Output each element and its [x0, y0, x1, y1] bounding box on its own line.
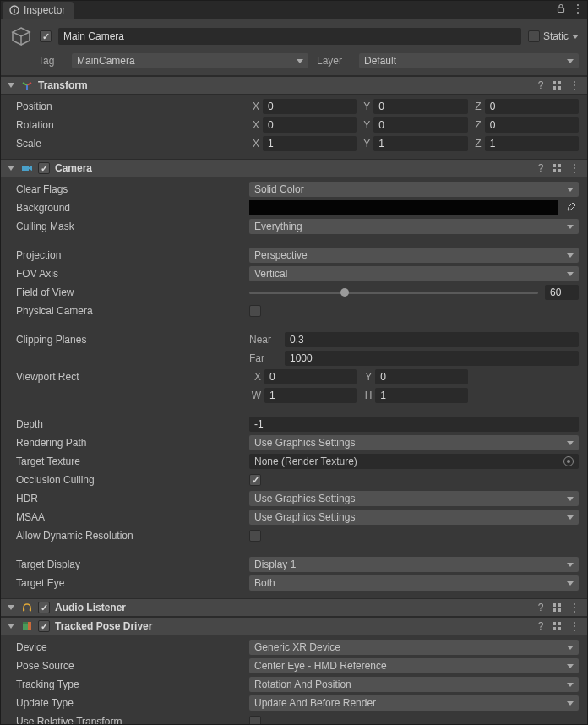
hdr-label: HDR — [9, 493, 249, 504]
gameobject-enabled-checkbox[interactable] — [40, 30, 52, 42]
tab-bar: Inspector ⋮ — [1, 1, 587, 19]
fov-input[interactable] — [545, 285, 579, 300]
svg-rect-12 — [22, 166, 29, 171]
gameobject-header: Static Tag MainCamera Layer Default — [1, 19, 587, 76]
chevron-down-icon — [297, 59, 303, 63]
dynamic-resolution-checkbox[interactable] — [249, 530, 261, 542]
preset-icon[interactable] — [552, 602, 564, 613]
culling-mask-dropdown[interactable]: Everything — [249, 219, 579, 234]
position-x-input[interactable] — [263, 99, 357, 114]
transform-title: Transform — [38, 79, 88, 91]
camera-enabled-checkbox[interactable] — [38, 162, 50, 174]
foldout-icon[interactable] — [8, 624, 14, 629]
viewport-y-input[interactable] — [375, 369, 467, 384]
depth-label: Depth — [9, 418, 249, 430]
kebab-icon[interactable]: ⋮ — [569, 602, 580, 613]
msaa-dropdown[interactable]: Use Graphics Settings — [249, 510, 579, 525]
viewport-w-input[interactable] — [264, 388, 357, 403]
chevron-down-icon — [567, 59, 574, 63]
lock-icon[interactable] — [556, 3, 566, 14]
tab-label: Inspector — [24, 4, 65, 16]
kebab-icon[interactable]: ⋮ — [569, 162, 580, 174]
kebab-icon[interactable]: ⋮ — [569, 79, 580, 91]
tracked-pose-driver-header[interactable]: Tracked Pose Driver ? ⋮ — [1, 617, 587, 635]
help-icon[interactable]: ? — [535, 79, 547, 91]
rotation-y-input[interactable] — [373, 117, 467, 133]
target-eye-dropdown[interactable]: Both — [249, 575, 579, 591]
layer-dropdown[interactable]: Default — [359, 53, 579, 68]
gameobject-name-input[interactable] — [58, 28, 521, 45]
scale-label: Scale — [9, 138, 249, 150]
scale-x-input[interactable] — [263, 136, 357, 151]
background-color-field[interactable] — [249, 200, 558, 215]
tpd-enabled-checkbox[interactable] — [38, 620, 50, 632]
pose-source-dropdown[interactable]: Center Eye - HMD Reference — [249, 658, 579, 673]
viewport-h-input[interactable] — [375, 388, 467, 403]
object-picker-icon[interactable] — [564, 456, 574, 466]
position-z-input[interactable] — [485, 99, 579, 114]
help-icon[interactable]: ? — [535, 602, 547, 613]
occlusion-culling-label: Occlusion Culling — [9, 474, 249, 486]
device-dropdown[interactable]: Generic XR Device — [249, 640, 579, 655]
far-input[interactable] — [285, 351, 579, 366]
rotation-label: Rotation — [9, 119, 249, 131]
static-label: Static — [543, 30, 569, 42]
help-icon[interactable]: ? — [535, 162, 547, 174]
depth-input[interactable] — [249, 417, 579, 432]
foldout-icon[interactable] — [8, 166, 14, 171]
pose-source-label: Pose Source — [9, 660, 249, 672]
tracking-type-dropdown[interactable]: Rotation And Position — [249, 677, 579, 692]
kebab-icon[interactable]: ⋮ — [569, 620, 580, 632]
fov-slider[interactable] — [249, 287, 538, 297]
camera-header[interactable]: Camera ? ⋮ — [1, 159, 587, 177]
svg-rect-23 — [558, 608, 561, 612]
projection-dropdown[interactable]: Perspective — [249, 248, 579, 263]
svg-rect-2 — [14, 8, 14, 8]
static-toggle[interactable]: Static — [528, 30, 579, 42]
physical-camera-checkbox[interactable] — [249, 305, 261, 317]
occlusion-culling-checkbox[interactable] — [249, 474, 261, 486]
rendering-path-dropdown[interactable]: Use Graphics Settings — [249, 435, 579, 450]
target-display-dropdown[interactable]: Display 1 — [249, 557, 579, 572]
scale-z-input[interactable] — [485, 136, 579, 151]
fov-axis-dropdown[interactable]: Vertical — [249, 266, 579, 281]
dynamic-resolution-label: Allow Dynamic Resolution — [9, 530, 249, 542]
foldout-icon[interactable] — [8, 83, 14, 88]
rotation-x-input[interactable] — [263, 117, 357, 133]
tab-inspector[interactable]: Inspector — [3, 2, 74, 19]
scale-y-input[interactable] — [373, 136, 467, 151]
hdr-dropdown[interactable]: Use Graphics Settings — [249, 491, 579, 506]
eyedropper-icon[interactable] — [564, 202, 579, 214]
viewport-x-input[interactable] — [264, 369, 357, 384]
preset-icon[interactable] — [552, 163, 564, 173]
svg-rect-17 — [558, 169, 561, 172]
gameobject-icon[interactable] — [9, 25, 33, 48]
transform-header[interactable]: Transform ? ⋮ — [1, 76, 587, 95]
use-relative-transform-checkbox[interactable] — [249, 716, 261, 724]
rotation-z-input[interactable] — [485, 117, 579, 133]
use-relative-transform-label: Use Relative Transform — [9, 716, 249, 724]
svg-rect-20 — [553, 603, 556, 607]
clear-flags-dropdown[interactable]: Solid Color — [249, 182, 579, 197]
script-icon — [21, 620, 33, 632]
target-texture-field[interactable]: None (Render Texture) — [249, 454, 579, 469]
preset-icon[interactable] — [552, 80, 564, 90]
position-y-input[interactable] — [373, 99, 467, 114]
svg-rect-1 — [14, 9, 14, 13]
help-icon[interactable]: ? — [535, 620, 547, 632]
chevron-down-icon — [567, 581, 574, 586]
near-input[interactable] — [285, 332, 579, 347]
update-type-dropdown[interactable]: Update And Before Render — [249, 695, 579, 711]
kebab-icon[interactable]: ⋮ — [573, 3, 582, 14]
info-icon — [9, 5, 19, 15]
static-checkbox[interactable] — [528, 30, 540, 42]
chevron-down-icon[interactable] — [572, 35, 579, 39]
preset-icon[interactable] — [552, 621, 564, 631]
tag-dropdown[interactable]: MainCamera — [72, 53, 308, 68]
audio-listener-header[interactable]: Audio Listener ? ⋮ — [1, 598, 587, 617]
svg-rect-8 — [553, 81, 556, 84]
foldout-icon[interactable] — [8, 605, 14, 610]
viewport-rect-label: Viewport Rect — [9, 371, 249, 383]
background-label: Background — [9, 202, 249, 214]
audio-enabled-checkbox[interactable] — [38, 602, 50, 613]
